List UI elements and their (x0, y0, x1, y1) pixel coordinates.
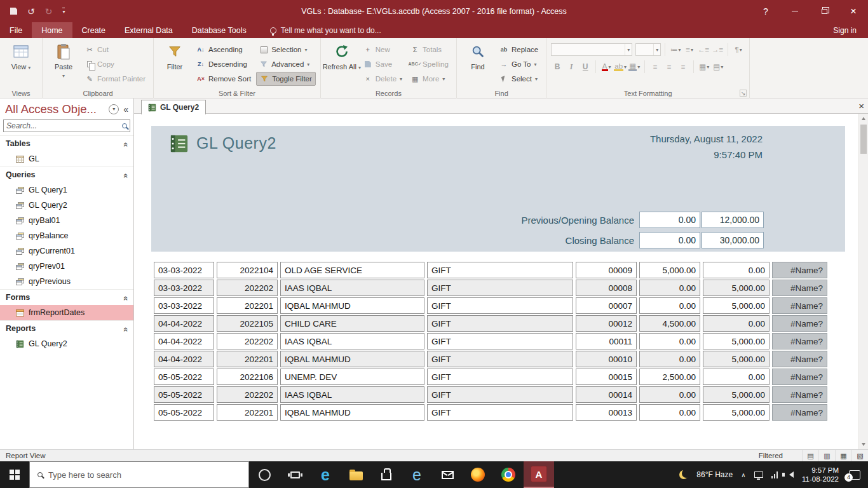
go-to-button[interactable]: →Go To▾ (496, 57, 541, 71)
chrome-button[interactable] (493, 461, 524, 488)
firefox-button[interactable] (463, 461, 493, 488)
nav-item-query[interactable]: qryBalance (0, 228, 133, 243)
selection-button[interactable]: Selection▾ (256, 43, 316, 57)
nav-section-queries[interactable]: Queries« (0, 166, 133, 182)
scroll-down-icon[interactable] (859, 440, 868, 449)
undo-icon[interactable]: ↺ (27, 7, 35, 16)
font-name-select[interactable]: ▾ (551, 43, 632, 56)
nav-item-table[interactable]: GL (0, 151, 133, 166)
action-center-icon[interactable]: 4 (849, 470, 860, 480)
paste-button[interactable]: Paste▾ (47, 40, 80, 80)
underline-button[interactable]: U (579, 60, 592, 73)
copy-button[interactable]: Copy (82, 57, 149, 71)
toggle-filter-button[interactable]: Toggle Filter (256, 72, 316, 86)
table-row[interactable]: 04-04-2022 2022105 CHILD CARE GIFT 00012… (154, 315, 829, 332)
ribbon-tab[interactable]: Database Tools (182, 22, 256, 38)
alternate-row-color-button[interactable]: ▤▾ (712, 60, 724, 73)
table-row[interactable]: 05-05-2022 2022106 UNEMP. DEV GIFT 00015… (154, 369, 829, 385)
replace-button[interactable]: abReplace (496, 43, 541, 57)
delete-record-button[interactable]: ×Delete▾ (360, 72, 405, 86)
font-color-button[interactable]: A▾ (600, 60, 613, 73)
nav-search-input[interactable] (6, 121, 119, 130)
weather-icon[interactable] (679, 470, 688, 479)
nav-item-query[interactable]: qryCurrent01 (0, 243, 133, 259)
totals-button[interactable]: ΣTotals (407, 43, 452, 57)
ascending-button[interactable]: A↓Ascending (193, 43, 254, 57)
table-row[interactable]: 05-05-2022 202202 IAAS IQBAL GIFT 00014 … (154, 386, 829, 403)
font-size-select[interactable]: ▾ (635, 43, 661, 56)
mail-button[interactable] (432, 461, 463, 488)
weather-text[interactable]: 86°F Haze (696, 470, 733, 479)
save-record-button[interactable]: Save (360, 57, 405, 71)
filter-button[interactable]: Filter (158, 40, 191, 71)
advanced-button[interactable]: Advanced▾ (256, 57, 316, 71)
spelling-button[interactable]: ABC✓Spelling (407, 57, 452, 71)
file-explorer-button[interactable] (341, 461, 371, 488)
close-document-icon[interactable]: × (858, 100, 864, 111)
restore-button[interactable] (810, 0, 839, 22)
report-view-icon[interactable]: ▤ (802, 450, 818, 461)
table-row[interactable]: 03-03-2022 202201 IQBAL MAHMUD GIFT 0000… (154, 297, 829, 314)
nav-pane-menu-icon[interactable]: ▾ (109, 104, 119, 114)
nav-item-query[interactable]: qryPrev01 (0, 259, 133, 274)
close-button[interactable]: × (839, 0, 868, 22)
highlight-color-button[interactable]: ab▾ (614, 60, 627, 73)
cortana-button[interactable] (249, 461, 280, 488)
document-tab[interactable]: GL Query2 (141, 100, 206, 114)
edge-button[interactable]: e (310, 461, 341, 488)
nav-item-form[interactable]: frmReportDates (0, 305, 133, 320)
find-button[interactable]: Find (461, 40, 494, 71)
bold-button[interactable]: B (551, 60, 564, 73)
nav-item-report[interactable]: GL Query2 (0, 336, 133, 351)
scroll-up-icon[interactable] (859, 114, 868, 123)
nav-item-query[interactable]: GL Query2 (0, 198, 133, 213)
show-hidden-icons-chevron[interactable]: ∧ (741, 471, 745, 478)
refresh-all-button[interactable]: Refresh All ▾ (325, 40, 358, 72)
numbering-button[interactable]: ≡▾ (683, 43, 696, 56)
background-color-button[interactable]: ▦▾ (628, 60, 641, 73)
align-center-button[interactable]: ≡ (663, 60, 675, 73)
sign-in-button[interactable]: Sign in (822, 22, 868, 38)
increase-indent-button[interactable]: →≡ (711, 43, 724, 56)
dialog-launcher-icon[interactable]: ↘ (740, 90, 747, 97)
task-view-button[interactable] (280, 461, 310, 488)
nav-item-query[interactable]: qryPrevious (0, 274, 133, 289)
table-row[interactable]: 04-04-2022 202202 IAAS IQBAL GIFT 00011 … (154, 333, 829, 349)
store-button[interactable] (371, 461, 402, 488)
new-record-button[interactable]: +New (360, 43, 405, 57)
shutter-bar-close-icon[interactable]: « (123, 104, 128, 114)
format-painter-button[interactable]: ✎Format Painter (82, 72, 149, 86)
access-taskbar-button[interactable]: A (524, 461, 554, 488)
nav-section-forms[interactable]: Forms« (0, 289, 133, 305)
design-view-icon[interactable]: ▧ (851, 450, 868, 461)
layout-view-icon[interactable]: ▦ (835, 450, 851, 461)
search-icon[interactable] (122, 123, 127, 128)
signal-icon[interactable] (771, 471, 778, 478)
view-button[interactable]: View ▾ (4, 40, 37, 72)
nav-item-query[interactable]: GL Query1 (0, 182, 133, 198)
start-button[interactable] (0, 461, 29, 488)
scrollbar-thumb[interactable] (860, 125, 867, 154)
decrease-indent-button[interactable]: ←≡ (697, 43, 710, 56)
align-right-button[interactable]: ≡ (677, 60, 689, 73)
internet-explorer-button[interactable]: e (402, 461, 432, 488)
network-icon[interactable] (754, 471, 763, 478)
direction-button[interactable]: ¶▾ (732, 43, 745, 56)
ribbon-tab[interactable]: Home (32, 22, 72, 38)
remove-sort-button[interactable]: A×Remove Sort (193, 72, 254, 86)
redo-icon[interactable]: ↻ (45, 7, 53, 16)
align-left-button[interactable]: ≡ (649, 60, 661, 73)
ribbon-tab[interactable]: External Data (115, 22, 182, 38)
minimize-button[interactable] (780, 0, 810, 22)
ribbon-tab[interactable]: File (0, 22, 32, 38)
ribbon-tab[interactable]: Create (72, 22, 116, 38)
select-button[interactable]: Select▾ (496, 72, 541, 86)
more-button[interactable]: ▦More▾ (407, 72, 452, 86)
print-preview-icon[interactable]: ▥ (818, 450, 835, 461)
taskbar-search-input[interactable] (48, 470, 241, 480)
table-row[interactable]: 05-05-2022 202201 IQBAL MAHMUD GIFT 0001… (154, 404, 829, 421)
taskbar-clock[interactable]: 9:57 PM 11-08-2022 (802, 466, 839, 484)
table-row[interactable]: 03-03-2022 2022104 OLD AGE SERVICE GIFT … (154, 262, 829, 278)
nav-section-reports[interactable]: Reports« (0, 320, 133, 336)
italic-button[interactable]: I (565, 60, 578, 73)
